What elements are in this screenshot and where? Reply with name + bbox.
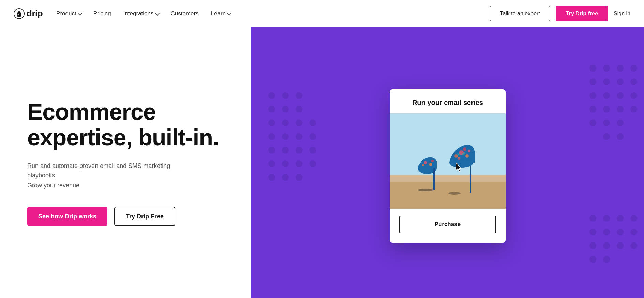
svg-point-40: [603, 106, 610, 112]
nav-integrations[interactable]: Integrations: [123, 10, 159, 17]
svg-point-36: [603, 92, 610, 99]
svg-point-48: [589, 215, 596, 222]
try-drip-free-header-button[interactable]: Try Drip free: [556, 6, 608, 21]
svg-marker-65: [390, 182, 506, 209]
svg-rect-73: [470, 163, 471, 193]
svg-point-33: [617, 78, 624, 85]
svg-point-79: [458, 157, 460, 160]
svg-point-55: [630, 229, 637, 235]
svg-point-25: [309, 147, 316, 154]
purchase-button[interactable]: Purchase: [399, 216, 496, 233]
svg-point-44: [603, 120, 610, 126]
svg-point-23: [309, 120, 316, 126]
svg-point-34: [630, 78, 637, 85]
nav-menu: Product Pricing Integrations Customers L…: [56, 10, 230, 17]
svg-point-61: [603, 256, 610, 263]
email-card-header: Run your email series: [390, 89, 506, 113]
svg-point-51: [630, 215, 637, 222]
brand-name: drip: [27, 8, 43, 19]
svg-point-47: [617, 133, 624, 140]
svg-point-28: [603, 65, 610, 72]
svg-point-5: [268, 106, 275, 112]
svg-point-10: [296, 120, 302, 126]
hero-left-panel: Ecommerce expertise, built-in. Run and a…: [0, 27, 251, 298]
svg-point-6: [282, 106, 289, 112]
svg-point-70: [431, 160, 434, 162]
svg-point-68: [429, 163, 432, 166]
svg-point-8: [268, 120, 275, 126]
svg-point-38: [630, 92, 637, 99]
svg-point-29: [617, 65, 624, 72]
svg-point-49: [603, 215, 610, 222]
email-card-image: [390, 113, 506, 209]
nav-customers[interactable]: Customers: [171, 10, 199, 17]
svg-rect-71: [433, 168, 435, 190]
svg-point-27: [589, 65, 596, 72]
svg-point-26: [309, 160, 316, 167]
svg-point-32: [603, 78, 610, 85]
see-how-drip-works-button[interactable]: See how Drip works: [27, 207, 107, 226]
hero-subtext: Run and automate proven email and SMS ma…: [27, 161, 191, 190]
nav-product[interactable]: Product: [56, 10, 81, 17]
svg-point-53: [603, 229, 610, 235]
try-drip-free-hero-button[interactable]: Try Drip Free: [114, 207, 175, 226]
sign-in-button[interactable]: Sign in: [614, 11, 630, 17]
nav-learn[interactable]: Learn: [211, 10, 230, 17]
svg-point-41: [617, 106, 624, 112]
email-card-title: Run your email series: [412, 99, 483, 106]
svg-point-83: [448, 192, 461, 195]
svg-point-7: [296, 106, 302, 112]
navbar-right: Talk to an expert Try Drip free Sign in: [490, 6, 630, 21]
navbar: drip Product Pricing Integrations Custom…: [0, 0, 644, 27]
svg-point-78: [463, 147, 466, 151]
talk-to-expert-button[interactable]: Talk to an expert: [490, 6, 550, 21]
svg-point-4: [296, 92, 302, 99]
chevron-down-icon: [77, 11, 82, 15]
svg-point-76: [465, 154, 469, 158]
svg-point-22: [296, 174, 302, 181]
navbar-left: drip Product Pricing Integrations Custom…: [14, 8, 230, 19]
svg-point-15: [282, 147, 289, 154]
chevron-down-icon: [155, 11, 160, 15]
svg-point-12: [282, 133, 289, 140]
drip-logo-icon: [14, 8, 25, 19]
email-card: Run your email series: [390, 89, 506, 243]
svg-point-19: [296, 160, 302, 167]
svg-point-58: [617, 242, 624, 249]
hero-right-panel: Run your email series: [251, 27, 644, 298]
svg-point-3: [282, 92, 289, 99]
svg-point-57: [603, 242, 610, 249]
svg-point-60: [589, 256, 596, 263]
svg-point-39: [589, 106, 596, 112]
svg-point-77: [454, 154, 458, 158]
svg-point-18: [282, 160, 289, 167]
svg-point-11: [268, 133, 275, 140]
svg-point-42: [630, 106, 637, 112]
svg-point-21: [282, 174, 289, 181]
hero-heading: Ecommerce expertise, built-in.: [27, 99, 224, 150]
svg-point-69: [422, 164, 424, 166]
svg-point-43: [589, 120, 596, 126]
svg-point-50: [617, 215, 624, 222]
svg-point-67: [424, 161, 427, 164]
svg-point-80: [468, 150, 470, 152]
hero-cta-buttons: See how Drip works Try Drip Free: [27, 207, 224, 226]
nav-pricing[interactable]: Pricing: [93, 10, 111, 17]
svg-point-74: [449, 158, 473, 168]
svg-point-31: [589, 78, 596, 85]
svg-point-52: [589, 229, 596, 235]
chevron-down-icon: [227, 11, 232, 15]
svg-point-17: [268, 160, 275, 167]
svg-point-1: [18, 14, 19, 15]
svg-point-9: [282, 120, 289, 126]
svg-point-35: [589, 92, 596, 99]
svg-point-54: [617, 229, 624, 235]
email-card-footer: Purchase: [390, 209, 506, 243]
svg-point-30: [630, 65, 637, 72]
svg-point-16: [296, 147, 302, 154]
svg-point-46: [603, 133, 610, 140]
logo[interactable]: drip: [14, 8, 43, 19]
hero-section: Ecommerce expertise, built-in. Run and a…: [0, 27, 644, 298]
svg-point-13: [296, 133, 302, 140]
svg-point-59: [630, 242, 637, 249]
